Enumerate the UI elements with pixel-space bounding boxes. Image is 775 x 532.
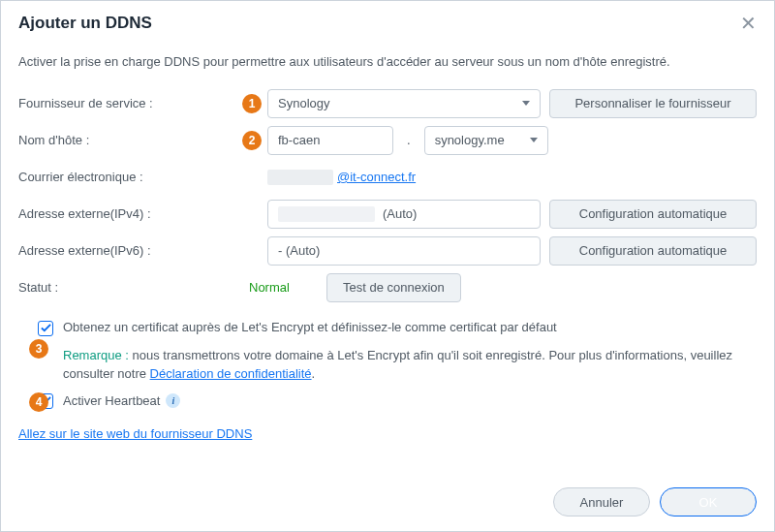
check-icon xyxy=(41,323,51,333)
cancel-button[interactable]: Annuler xyxy=(553,487,650,516)
row-le-cert: 3 Obtenez un certificat auprès de Let's … xyxy=(31,320,757,336)
intro-text: Activer la prise en charge DDNS pour per… xyxy=(18,52,757,72)
status-value: Normal xyxy=(249,280,305,295)
dialog-body: Activer la prise en charge DDNS pour per… xyxy=(1,43,774,478)
ipv4-auto-suffix: (Auto) xyxy=(383,206,530,221)
ipv4-masked xyxy=(278,206,375,222)
label-ipv4: Adresse externe(IPv4) : xyxy=(18,206,233,221)
row-heartbeat: 4 Activer Heartbeat i xyxy=(31,393,757,409)
domain-select[interactable]: synology.me xyxy=(424,126,548,155)
heartbeat-label: Activer Heartbeat xyxy=(63,393,160,408)
ipv4-input-wrapper[interactable]: (Auto) xyxy=(267,200,541,229)
le-cert-checkbox[interactable] xyxy=(38,321,53,336)
row-provider: Fournisseur de service : 1 Synology Pers… xyxy=(18,85,757,122)
provider-site-link[interactable]: Allez sur le site web du fournisseur DDN… xyxy=(18,426,252,441)
row-hostname: Nom d'hôte : 2 . synology.me xyxy=(18,122,757,159)
le-cert-label: Obtenez un certificat auprès de Let's En… xyxy=(63,320,557,334)
label-email: Courrier électronique : xyxy=(18,170,233,184)
row-ipv6: Adresse externe(IPv6) : Configuration au… xyxy=(18,233,757,269)
provider-select[interactable]: Synology xyxy=(267,89,541,118)
close-icon[interactable]: ✕ xyxy=(740,14,757,33)
ipv6-input-wrapper xyxy=(267,236,541,266)
note-text-after: . xyxy=(312,366,316,381)
privacy-link[interactable]: Déclaration de confidentialité xyxy=(150,366,312,381)
label-hostname: Nom d'hôte : xyxy=(18,133,233,147)
dialog-header: Ajouter un DDNS ✕ xyxy=(1,1,774,43)
le-note: Remarque : nous transmettrons votre doma… xyxy=(63,346,757,384)
domain-select-value: synology.me xyxy=(435,133,505,147)
dialog-footer: Annuler OK xyxy=(1,478,774,531)
email-masked-prefix xyxy=(267,170,333,185)
step-badge-3: 3 xyxy=(29,339,48,359)
label-status: Statut : xyxy=(18,280,233,295)
step-badge-1: 1 xyxy=(242,94,262,113)
row-ipv4: Adresse externe(IPv4) : (Auto) Configura… xyxy=(18,196,757,233)
step-badge-2: 2 xyxy=(242,131,262,150)
test-connection-button[interactable]: Test de connexion xyxy=(326,273,461,302)
label-ipv6: Adresse externe(IPv6) : xyxy=(18,243,233,258)
ddns-dialog: Ajouter un DDNS ✕ Activer la prise en ch… xyxy=(0,0,775,532)
step-badge-4: 4 xyxy=(29,392,48,412)
hostname-dot: . xyxy=(407,133,411,147)
email-link[interactable]: @it-connect.fr xyxy=(337,170,416,184)
label-provider: Fournisseur de service : xyxy=(18,96,233,110)
dialog-title: Ajouter un DDNS xyxy=(18,14,152,33)
info-icon[interactable]: i xyxy=(166,393,180,408)
note-label: Remarque : xyxy=(63,348,129,362)
ipv6-autoconfig-button[interactable]: Configuration automatique xyxy=(549,236,757,266)
chevron-down-icon xyxy=(530,138,538,142)
ok-button[interactable]: OK xyxy=(660,487,757,516)
hostname-input[interactable] xyxy=(278,133,383,147)
ipv4-autoconfig-button[interactable]: Configuration automatique xyxy=(549,200,757,229)
ipv6-input[interactable] xyxy=(278,243,530,258)
provider-select-value: Synology xyxy=(278,96,329,110)
row-email: Courrier électronique : @it-connect.fr xyxy=(18,159,757,196)
hostname-input-wrapper xyxy=(267,126,393,155)
customize-provider-button[interactable]: Personnaliser le fournisseur xyxy=(549,89,757,118)
row-status: Statut : Normal Test de connexion xyxy=(18,269,757,306)
chevron-down-icon xyxy=(522,101,530,106)
